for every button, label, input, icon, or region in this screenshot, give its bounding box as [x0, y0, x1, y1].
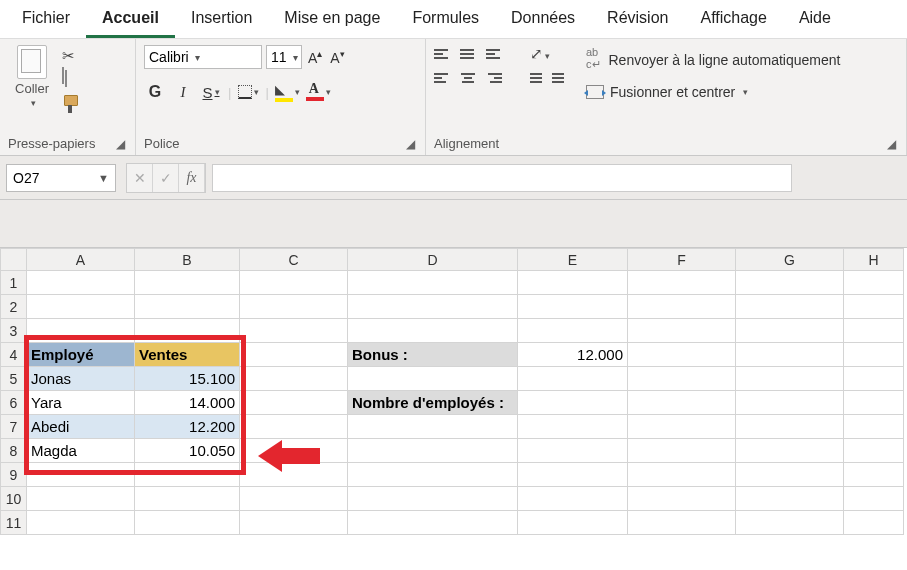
decrease-indent-icon[interactable]: [530, 73, 542, 83]
tab-review[interactable]: Révision: [591, 1, 684, 38]
align-top-icon[interactable]: [434, 49, 450, 59]
cell-D4[interactable]: Bonus :: [348, 343, 518, 367]
chevron-down-icon: ▾: [195, 52, 200, 63]
col-head-H[interactable]: H: [844, 249, 904, 271]
wrap-label: Renvoyer à la ligne automatiquement: [609, 52, 841, 68]
fx-icon[interactable]: fx: [179, 164, 205, 192]
font-size-value: 11: [271, 49, 287, 65]
arrow-annotation: [258, 440, 320, 472]
cancel-formula-icon[interactable]: ✕: [127, 164, 153, 192]
cell-A4[interactable]: Employé: [27, 343, 135, 367]
merge-icon: [586, 85, 604, 99]
tab-home[interactable]: Accueil: [86, 1, 175, 38]
col-head-C[interactable]: C: [240, 249, 348, 271]
row-head[interactable]: 5: [1, 367, 27, 391]
name-box[interactable]: O27 ▼: [6, 164, 116, 192]
font-group-label: Police: [144, 136, 179, 151]
merge-label: Fusionner et centrer: [610, 84, 735, 100]
align-bottom-icon[interactable]: [486, 49, 502, 59]
row-head[interactable]: 3: [1, 319, 27, 343]
col-head-B[interactable]: B: [135, 249, 240, 271]
row-head[interactable]: 11: [1, 511, 27, 535]
bucket-icon: [275, 84, 293, 100]
align-middle-icon[interactable]: [460, 49, 476, 59]
dialog-launcher-icon[interactable]: ◢: [885, 137, 898, 151]
row-head[interactable]: 4: [1, 343, 27, 367]
dialog-launcher-icon[interactable]: ◢: [114, 137, 127, 151]
tab-file[interactable]: Fichier: [6, 1, 86, 38]
orientation-icon[interactable]: ⤢▾: [530, 45, 550, 63]
ribbon-group-clipboard: Coller ▾ ✂ Presse-papiers ◢: [0, 39, 136, 155]
clipboard-group-label: Presse-papiers: [8, 136, 95, 151]
paste-button[interactable]: Coller ▾: [8, 45, 56, 108]
cut-icon[interactable]: ✂: [62, 47, 80, 65]
row-head[interactable]: 7: [1, 415, 27, 439]
spacer: [0, 200, 907, 248]
font-color-icon: A: [306, 83, 324, 101]
col-head-E[interactable]: E: [518, 249, 628, 271]
sheet-grid[interactable]: A B C D E F G H 1 2 3 4 Employé Ventes B…: [0, 248, 904, 535]
copy-icon[interactable]: [62, 71, 80, 89]
chevron-down-icon: ▾: [31, 98, 36, 108]
col-head-G[interactable]: G: [736, 249, 844, 271]
cell-A5[interactable]: Jonas: [27, 367, 135, 391]
alignment-group-label: Alignement: [434, 136, 499, 151]
paste-icon: [17, 45, 47, 79]
col-head-A[interactable]: A: [27, 249, 135, 271]
row-head[interactable]: 9: [1, 463, 27, 487]
row-head[interactable]: 8: [1, 439, 27, 463]
format-painter-icon[interactable]: [62, 95, 80, 113]
increase-font-icon[interactable]: A▴: [306, 46, 324, 68]
tab-data[interactable]: Données: [495, 1, 591, 38]
fill-color-button[interactable]: ▾: [275, 81, 300, 103]
tab-layout[interactable]: Mise en page: [268, 1, 396, 38]
cell-B4[interactable]: Ventes: [135, 343, 240, 367]
font-name-select[interactable]: Calibri ▾: [144, 45, 262, 69]
cell-B6[interactable]: 14.000: [135, 391, 240, 415]
ribbon-group-alignment: ⤢▾ abc↵ Renvoyer à la ligne automatiquem…: [426, 39, 907, 155]
increase-indent-icon[interactable]: [552, 73, 564, 83]
tab-formulas[interactable]: Formules: [396, 1, 495, 38]
chevron-down-icon: ▼: [98, 172, 109, 184]
align-center-icon[interactable]: [460, 73, 476, 83]
chevron-down-icon: ▾: [743, 87, 748, 97]
cell-E4[interactable]: 12.000: [518, 343, 628, 367]
col-head-D[interactable]: D: [348, 249, 518, 271]
align-left-icon[interactable]: [434, 73, 450, 83]
row-head[interactable]: 6: [1, 391, 27, 415]
select-all-corner[interactable]: [1, 249, 27, 271]
font-color-button[interactable]: A▾: [306, 81, 331, 103]
enter-formula-icon[interactable]: ✓: [153, 164, 179, 192]
cell-B7[interactable]: 12.200: [135, 415, 240, 439]
tab-view[interactable]: Affichage: [684, 1, 782, 38]
cell-D6[interactable]: Nombre d'employés :: [348, 391, 518, 415]
paste-label: Coller: [15, 81, 49, 96]
col-head-F[interactable]: F: [628, 249, 736, 271]
decrease-font-icon[interactable]: A▾: [328, 47, 346, 68]
row-head[interactable]: 10: [1, 487, 27, 511]
wrap-text-button[interactable]: abc↵ Renvoyer à la ligne automatiquement: [586, 47, 840, 72]
cell-B8[interactable]: 10.050: [135, 439, 240, 463]
merge-center-button[interactable]: Fusionner et centrer ▾: [586, 84, 840, 100]
cell-A6[interactable]: Yara: [27, 391, 135, 415]
row-head[interactable]: 1: [1, 271, 27, 295]
ribbon: Coller ▾ ✂ Presse-papiers ◢ Calibri ▾: [0, 38, 907, 156]
font-size-select[interactable]: 11 ▾: [266, 45, 302, 69]
bold-button[interactable]: G: [144, 81, 166, 103]
border-icon: [238, 85, 252, 99]
wrap-ab-icon: abc↵: [586, 46, 601, 71]
cell-A7[interactable]: Abedi: [27, 415, 135, 439]
formula-input[interactable]: [212, 164, 792, 192]
dialog-launcher-icon[interactable]: ◢: [404, 137, 417, 151]
cell-A8[interactable]: Magda: [27, 439, 135, 463]
chevron-down-icon: ▾: [293, 52, 298, 63]
underline-button[interactable]: S▾: [200, 81, 222, 103]
tab-insert[interactable]: Insertion: [175, 1, 268, 38]
borders-button[interactable]: ▾: [237, 81, 259, 103]
tab-help[interactable]: Aide: [783, 1, 847, 38]
row-head[interactable]: 2: [1, 295, 27, 319]
cell-B5[interactable]: 15.100: [135, 367, 240, 391]
align-right-icon[interactable]: [486, 73, 502, 83]
menu-bar: Fichier Accueil Insertion Mise en page F…: [0, 0, 907, 38]
italic-button[interactable]: I: [172, 81, 194, 103]
